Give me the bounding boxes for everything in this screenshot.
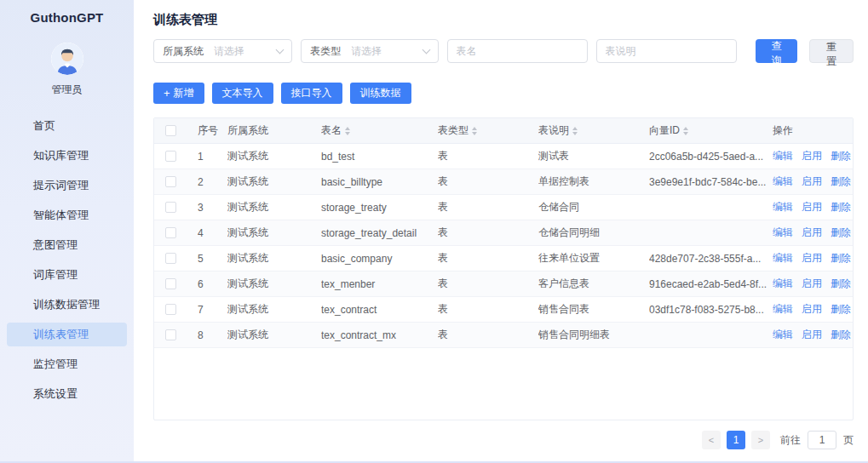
- table-type-select[interactable]: 表类型 请选择: [301, 39, 438, 63]
- plus-icon: +: [164, 87, 170, 100]
- sidebar-item-label: 监控管理: [33, 357, 78, 370]
- row-checkbox[interactable]: [165, 278, 176, 289]
- edit-link[interactable]: 编辑: [773, 328, 793, 342]
- enable-link[interactable]: 启用: [802, 328, 822, 342]
- cell-actions: 编辑启用删除: [773, 174, 853, 189]
- row-checkbox[interactable]: [165, 304, 176, 315]
- sidebar-item-label: 首页: [33, 119, 55, 132]
- cell-actions: 编辑启用删除: [773, 226, 853, 240]
- edit-link[interactable]: 编辑: [773, 302, 793, 317]
- prev-page-button[interactable]: <: [702, 431, 721, 449]
- chevron-down-icon: [422, 46, 430, 54]
- sidebar-item-label: 系统设置: [33, 387, 78, 400]
- sidebar-item-8[interactable]: 监控管理: [7, 352, 127, 376]
- row-checkbox[interactable]: [165, 202, 176, 213]
- next-page-button[interactable]: >: [751, 431, 770, 449]
- cell-system: 测试系统: [227, 251, 321, 266]
- select-all-checkbox[interactable]: [165, 125, 176, 136]
- column-header-vector-id[interactable]: 向量ID: [649, 123, 773, 138]
- edit-link[interactable]: 编辑: [773, 251, 793, 266]
- user-avatar-icon: [51, 43, 83, 75]
- page-unit-label: 页: [843, 433, 854, 448]
- table-row: 2测试系统basic_billtype表单据控制表3e9e9e1f-bdc7-5…: [154, 169, 853, 195]
- cell-actions: 编辑启用删除: [773, 149, 853, 163]
- delete-link[interactable]: 删除: [831, 226, 851, 240]
- sidebar-item-5[interactable]: 词库管理: [7, 263, 127, 287]
- sidebar-item-label: 知识库管理: [33, 149, 89, 162]
- delete-link[interactable]: 删除: [831, 302, 851, 317]
- column-header-desc[interactable]: 表说明: [538, 123, 649, 138]
- delete-link[interactable]: 删除: [831, 200, 851, 214]
- sort-icon[interactable]: [345, 127, 350, 135]
- cell-actions: 编辑启用删除: [773, 277, 853, 291]
- table-row: 8测试系统tex_contract_mx表销售合同明细表编辑启用删除: [154, 323, 853, 348]
- add-button[interactable]: + 新增: [153, 83, 204, 104]
- sidebar-item-1[interactable]: 知识库管理: [7, 144, 127, 168]
- column-header-name[interactable]: 表名: [321, 123, 438, 138]
- goto-page-input[interactable]: [808, 431, 836, 449]
- system-select[interactable]: 所属系统 请选择: [153, 39, 292, 63]
- system-select-placeholder: 请选择: [214, 44, 277, 59]
- edit-link[interactable]: 编辑: [773, 226, 793, 240]
- cell-name: basic_billtype: [321, 176, 438, 188]
- enable-link[interactable]: 启用: [802, 174, 822, 189]
- row-checkbox[interactable]: [165, 151, 176, 162]
- training-data-button[interactable]: 训练数据: [350, 83, 411, 104]
- reset-button[interactable]: 重置: [809, 39, 854, 63]
- search-button[interactable]: 查询: [756, 39, 798, 63]
- page-number-button[interactable]: 1: [727, 431, 745, 449]
- enable-link[interactable]: 启用: [802, 302, 822, 317]
- sidebar-item-6[interactable]: 训练数据管理: [7, 293, 127, 317]
- enable-link[interactable]: 启用: [802, 149, 822, 163]
- column-header-type[interactable]: 表类型: [438, 123, 538, 138]
- sidebar-item-3[interactable]: 智能体管理: [7, 203, 127, 227]
- table-type-select-placeholder: 请选择: [351, 44, 423, 59]
- delete-link[interactable]: 删除: [831, 251, 851, 266]
- edit-link[interactable]: 编辑: [773, 200, 793, 214]
- table-name-input[interactable]: [447, 39, 588, 63]
- sidebar-item-2[interactable]: 提示词管理: [7, 174, 127, 197]
- text-import-button[interactable]: 文本导入: [212, 83, 273, 104]
- delete-link[interactable]: 删除: [831, 174, 851, 189]
- row-checkbox[interactable]: [165, 176, 176, 187]
- cell-system: 测试系统: [227, 302, 321, 317]
- row-checkbox[interactable]: [165, 227, 176, 238]
- sidebar-item-4[interactable]: 意图管理: [7, 233, 127, 257]
- cell-actions: 编辑启用删除: [773, 328, 853, 342]
- sidebar-item-label: 词库管理: [33, 268, 78, 281]
- table-row: 4测试系统storage_treaty_detail表仓储合同明细编辑启用删除: [154, 220, 853, 246]
- sidebar-item-0[interactable]: 首页: [7, 114, 127, 138]
- enable-link[interactable]: 启用: [802, 226, 822, 240]
- sidebar-item-9[interactable]: 系统设置: [7, 382, 127, 406]
- column-header-system: 所属系统: [227, 123, 321, 138]
- table-desc-input[interactable]: [596, 39, 737, 63]
- api-import-button[interactable]: 接口导入: [281, 83, 342, 104]
- delete-link[interactable]: 删除: [831, 277, 851, 291]
- sort-icon[interactable]: [572, 127, 578, 135]
- app-window: GuthonGPT 管理员 首页知识库管理提示词管理智能体管理意图管理词库管理: [0, 0, 868, 463]
- cell-name: tex_contract: [321, 304, 438, 316]
- sort-icon[interactable]: [683, 127, 688, 135]
- cell-index: 2: [188, 176, 227, 188]
- delete-link[interactable]: 删除: [831, 149, 851, 163]
- cell-type: 表: [438, 328, 538, 342]
- edit-link[interactable]: 编辑: [773, 149, 793, 163]
- main-content: 训练表管理 所属系统 请选择 表类型 请选择 查询 重置 + 新增: [134, 0, 868, 461]
- row-checkbox[interactable]: [165, 253, 176, 264]
- cell-system: 测试系统: [227, 174, 321, 189]
- sort-icon[interactable]: [472, 127, 477, 135]
- delete-link[interactable]: 删除: [831, 328, 851, 342]
- table-type-select-label: 表类型: [310, 44, 341, 59]
- row-checkbox[interactable]: [165, 329, 176, 340]
- enable-link[interactable]: 启用: [802, 277, 822, 291]
- edit-link[interactable]: 编辑: [773, 277, 793, 291]
- enable-link[interactable]: 启用: [802, 200, 822, 214]
- cell-desc: 仓储合同明细: [538, 226, 649, 240]
- user-role-label: 管理员: [0, 83, 134, 97]
- sidebar-item-7[interactable]: 训练表管理: [7, 323, 127, 346]
- enable-link[interactable]: 启用: [802, 251, 822, 266]
- table-row: 1测试系统bd_test表测试表2cc06a5b-d425-5aed-a...编…: [154, 144, 853, 169]
- edit-link[interactable]: 编辑: [773, 174, 793, 189]
- cell-vector_id: 916ecaed-e2ab-5ed4-8f...: [649, 278, 773, 290]
- cell-name: storage_treaty_detail: [321, 227, 438, 239]
